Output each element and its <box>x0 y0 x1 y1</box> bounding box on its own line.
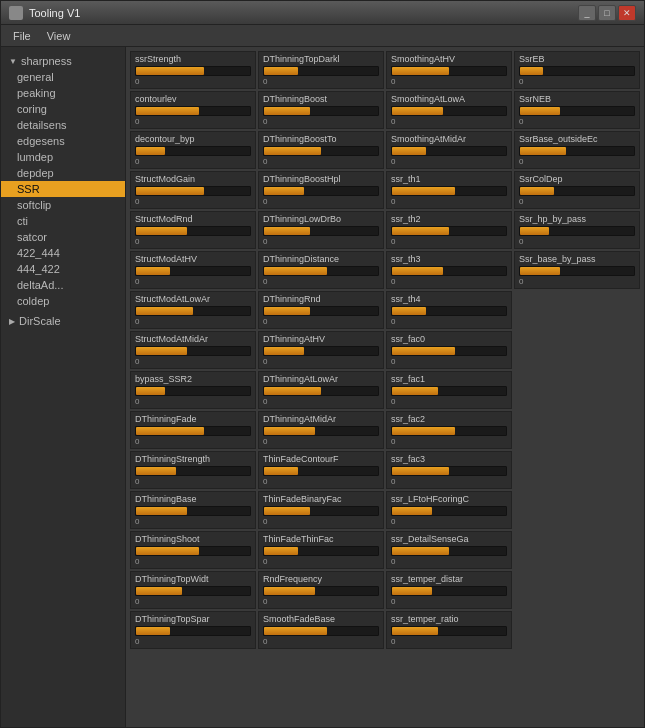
slider-min: 0 <box>263 277 267 286</box>
minimize-button[interactable]: _ <box>578 5 596 21</box>
slider-track[interactable] <box>263 466 379 476</box>
slider-track[interactable] <box>135 226 251 236</box>
slider-fill <box>136 507 187 515</box>
slider-track[interactable] <box>135 466 251 476</box>
sidebar-item-coring[interactable]: coring <box>1 101 125 117</box>
slider-widget: DThinningBoost0 <box>258 91 384 129</box>
sidebar-item-edgesens[interactable]: edgesens <box>1 133 125 149</box>
slider-track[interactable] <box>391 186 507 196</box>
close-button[interactable]: ✕ <box>618 5 636 21</box>
slider-track[interactable] <box>263 266 379 276</box>
menu-view[interactable]: View <box>39 28 79 44</box>
slider-label: DThinningLowDrBo <box>263 214 379 224</box>
slider-track[interactable] <box>391 466 507 476</box>
slider-track[interactable] <box>391 506 507 516</box>
slider-label: SsrColDep <box>519 174 635 184</box>
slider-track[interactable] <box>263 66 379 76</box>
slider-track[interactable] <box>135 106 251 116</box>
slider-track[interactable] <box>135 146 251 156</box>
slider-track[interactable] <box>263 146 379 156</box>
slider-track[interactable] <box>519 266 635 276</box>
slider-widget: DThinningLowDrBo0 <box>258 211 384 249</box>
slider-widget: SmoothFadeBase0 <box>258 611 384 649</box>
sidebar-item-coldep[interactable]: coldep <box>1 293 125 309</box>
slider-track[interactable] <box>135 386 251 396</box>
slider-track[interactable] <box>391 306 507 316</box>
slider-track[interactable] <box>263 186 379 196</box>
sidebar-item-deltaad[interactable]: deltaAd... <box>1 277 125 293</box>
slider-track[interactable] <box>519 66 635 76</box>
slider-track[interactable] <box>135 346 251 356</box>
slider-track[interactable] <box>263 386 379 396</box>
slider-track[interactable] <box>519 226 635 236</box>
slider-fill <box>136 347 187 355</box>
slider-track[interactable] <box>263 626 379 636</box>
slider-track[interactable] <box>391 66 507 76</box>
slider-track[interactable] <box>519 106 635 116</box>
slider-track[interactable] <box>391 426 507 436</box>
slider-track[interactable] <box>391 386 507 396</box>
slider-track[interactable] <box>135 586 251 596</box>
slider-track[interactable] <box>135 426 251 436</box>
sidebar-item-softclip[interactable]: softclip <box>1 197 125 213</box>
slider-widget: DThinningAtLowAr0 <box>258 371 384 409</box>
sidebar-item-cti[interactable]: cti <box>1 213 125 229</box>
slider-widget <box>514 571 640 609</box>
slider-widget: ThinFadeBinaryFac0 <box>258 491 384 529</box>
sidebar-item-detailsens[interactable]: detailsens <box>1 117 125 133</box>
sidebar-item-444422[interactable]: 444_422 <box>1 261 125 277</box>
sidebar-parent-dirscale[interactable]: ▶ DirScale <box>1 313 125 329</box>
slider-widget: RndFrequency0 <box>258 571 384 609</box>
slider-track[interactable] <box>391 226 507 236</box>
slider-track[interactable] <box>519 146 635 156</box>
slider-label: contourlev <box>135 94 251 104</box>
slider-value-row: 0 <box>135 357 251 366</box>
slider-track[interactable] <box>135 306 251 316</box>
slider-track[interactable] <box>135 506 251 516</box>
slider-track[interactable] <box>135 266 251 276</box>
slider-widget: ThinFadeThinFac0 <box>258 531 384 569</box>
slider-track[interactable] <box>263 586 379 596</box>
slider-label: ssrStrength <box>135 54 251 64</box>
slider-track[interactable] <box>263 346 379 356</box>
slider-fill <box>136 627 170 635</box>
slider-track[interactable] <box>391 146 507 156</box>
menu-file[interactable]: File <box>5 28 39 44</box>
slider-track[interactable] <box>391 586 507 596</box>
slider-track[interactable] <box>135 546 251 556</box>
slider-widget: DThinningTopWidt0 <box>130 571 256 609</box>
sidebar-parent-sharpness[interactable]: ▼ sharpness <box>1 53 125 69</box>
slider-track[interactable] <box>135 66 251 76</box>
sidebar-item-depdep[interactable]: depdep <box>1 165 125 181</box>
slider-track[interactable] <box>263 426 379 436</box>
slider-track[interactable] <box>263 506 379 516</box>
slider-track[interactable] <box>263 106 379 116</box>
sidebar-item-lumdep[interactable]: lumdep <box>1 149 125 165</box>
slider-value-row: 0 <box>263 77 379 86</box>
slider-track[interactable] <box>135 186 251 196</box>
slider-track[interactable] <box>391 626 507 636</box>
slider-widget: DThinningStrength0 <box>130 451 256 489</box>
slider-widget: DThinningRnd0 <box>258 291 384 329</box>
slider-value-row: 0 <box>391 357 507 366</box>
slider-min: 0 <box>135 157 139 166</box>
sidebar-item-satcor[interactable]: satcor <box>1 229 125 245</box>
sidebar-item-peaking[interactable]: peaking <box>1 85 125 101</box>
slider-track[interactable] <box>391 266 507 276</box>
sidebar-item-general[interactable]: general <box>1 69 125 85</box>
slider-min: 0 <box>135 277 139 286</box>
maximize-button[interactable]: □ <box>598 5 616 21</box>
slider-track[interactable] <box>391 346 507 356</box>
slider-label: StructModAtLowAr <box>135 294 251 304</box>
slider-track[interactable] <box>391 546 507 556</box>
slider-widget: ssr_temper_distar0 <box>386 571 512 609</box>
slider-track[interactable] <box>263 546 379 556</box>
slider-track[interactable] <box>263 306 379 316</box>
slider-track[interactable] <box>519 186 635 196</box>
sidebar-item-ssr[interactable]: SSR <box>1 181 125 197</box>
slider-track[interactable] <box>391 106 507 116</box>
slider-track[interactable] <box>263 226 379 236</box>
slider-track[interactable] <box>135 626 251 636</box>
slider-value-row: 0 <box>391 117 507 126</box>
sidebar-item-422444[interactable]: 422_444 <box>1 245 125 261</box>
